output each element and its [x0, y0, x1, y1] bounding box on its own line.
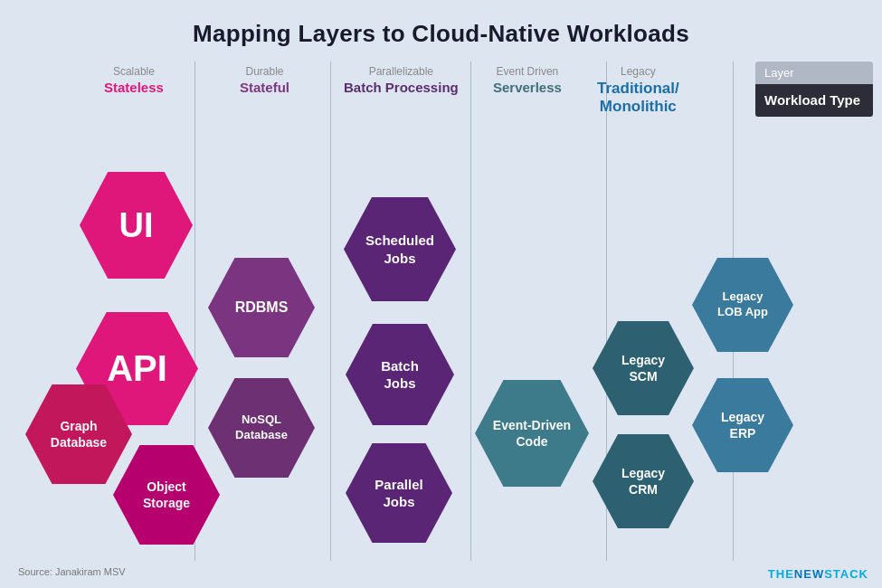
- col-subtitle-2: Durable: [240, 65, 289, 78]
- hex-scheduled-jobs: ScheduledJobs: [344, 197, 456, 301]
- vline-2: [330, 62, 331, 561]
- hex-legacy-erp: LegacyERP: [692, 378, 793, 472]
- hex-legacy-scm: LegacySCM: [593, 321, 694, 415]
- source-text: Source: Janakiram MSV: [18, 566, 126, 577]
- layer-label: Layer: [755, 62, 873, 84]
- col-title-serverless: Serverless: [493, 80, 562, 95]
- hex-legacy-crm: LegacyCRM: [593, 434, 694, 528]
- col-subtitle-1: Scalable: [104, 65, 164, 78]
- thenewstack-logo: THENEWSTACK: [768, 567, 868, 581]
- col-subtitle-3: Parallelizable: [344, 65, 459, 78]
- col-header-stateful: Durable Stateful: [240, 65, 289, 95]
- col-title-stateless: Stateless: [104, 80, 164, 95]
- col-header-stateless: Scalable Stateless: [104, 65, 164, 95]
- col-header-batch: Parallelizable Batch Processing: [344, 65, 459, 95]
- col-subtitle-5: Legacy: [597, 65, 679, 78]
- col-header-serverless: Event Driven Serverless: [493, 65, 562, 95]
- col-title-trad: Traditional/Monolithic: [597, 80, 679, 116]
- hex-object-storage: ObjectStorage: [113, 445, 220, 545]
- vline-3: [470, 62, 471, 561]
- hex-nosql: NoSQLDatabase: [208, 378, 315, 478]
- hex-parallel-jobs: ParallelJobs: [346, 443, 452, 543]
- workload-type-label: Workload Type: [755, 84, 873, 117]
- col-subtitle-4: Event Driven: [493, 65, 562, 78]
- layer-workload-box: Layer Workload Type: [755, 62, 873, 117]
- col-title-batch: Batch Processing: [344, 80, 459, 95]
- hex-event-driven: Event-DrivenCode: [475, 380, 589, 487]
- col-title-stateful: Stateful: [240, 80, 289, 95]
- hex-ui: UI: [80, 172, 193, 279]
- hex-rdbms: RDBMS: [208, 258, 315, 357]
- hex-legacy-lob: LegacyLOB App: [692, 258, 793, 352]
- page-title: Mapping Layers to Cloud-Native Workloads: [0, 0, 882, 48]
- col-header-legacy: Legacy Traditional/Monolithic: [597, 65, 679, 116]
- hex-batch-jobs: BatchJobs: [346, 324, 454, 425]
